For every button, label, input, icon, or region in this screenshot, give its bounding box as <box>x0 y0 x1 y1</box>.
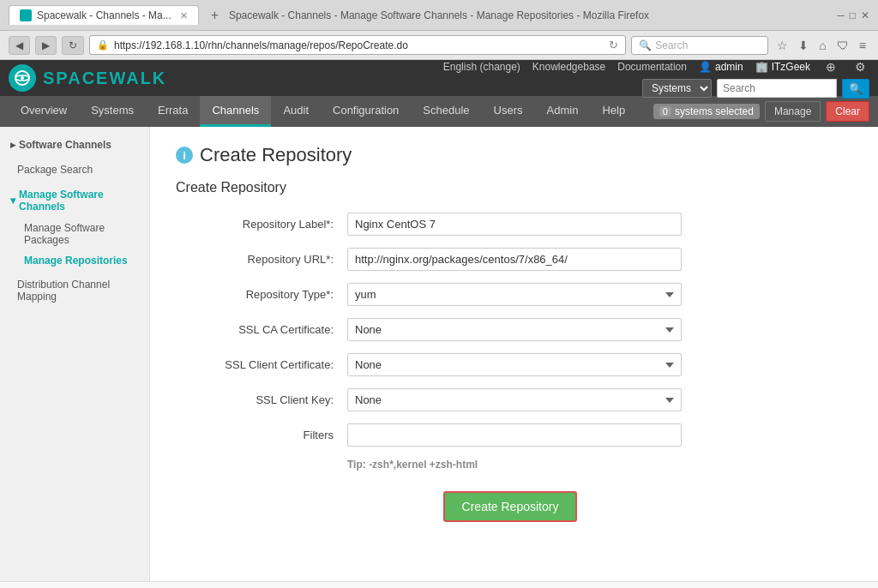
nav-item-audit[interactable]: Audit <box>271 96 321 127</box>
ssl-lock-icon: 🔒 <box>97 39 109 51</box>
ssl-ca-row: SSL CA Certificate: None <box>176 318 845 341</box>
tip-row: Tip: -zsh*,kernel +zsh-html <box>176 459 845 471</box>
minimize-button[interactable]: ─ <box>837 9 845 21</box>
company-link[interactable]: 🏢 ITzGeek <box>755 61 810 73</box>
tab-title: Spacewalk - Channels - Ma... <box>37 9 171 21</box>
filters-row: Filters <box>176 423 845 447</box>
nav-item-overview[interactable]: Overview <box>9 96 79 127</box>
nav-item-channels[interactable]: Channels <box>200 96 271 127</box>
forward-button[interactable]: ▶ <box>35 36 57 55</box>
refresh-button[interactable]: ↻ <box>62 36 84 55</box>
ssl-client-cert-row: SSL Client Certificate: None <box>176 353 845 376</box>
admin-user-link[interactable]: 👤 admin <box>699 61 743 73</box>
sidebar-item-software-channels[interactable]: ▸ Software Channels <box>0 134 149 156</box>
section-title: Create Repository <box>176 180 852 195</box>
chevron-down-icon: ▸ <box>10 139 15 151</box>
repo-type-label: Repository Type*: <box>176 288 347 301</box>
ssl-client-cert-select[interactable]: None <box>347 353 682 376</box>
close-window-button[interactable]: ✕ <box>861 9 869 21</box>
browser-search-placeholder: Search <box>655 39 688 51</box>
knowledgebase-link[interactable]: Knowledgebase <box>532 61 605 73</box>
sidebar-item-manage-repositories[interactable]: Manage Repositories <box>0 250 149 271</box>
repo-label-row: Repository Label*: <box>176 213 845 236</box>
tip-text: Tip: -zsh*,kernel +zsh-html <box>347 459 682 471</box>
window-controls: ─ □ ✕ <box>837 9 869 21</box>
header-search-button[interactable]: 🔍 <box>842 79 869 99</box>
browser-chrome: Spacewalk - Channels - Ma... ✕ + ─ □ ✕ S… <box>0 0 878 60</box>
repo-url-row: Repository URL*: <box>176 248 845 271</box>
ssl-ca-label: SSL CA Certificate: <box>176 323 347 336</box>
manage-software-channels-label: Manage Software Channels <box>19 189 139 213</box>
sidebar-section-package-search: Package Search <box>0 159 149 180</box>
window-title: Spacewalk - Channels - Manage Software C… <box>229 9 649 21</box>
info-icon: i <box>176 147 193 164</box>
company-name: ITzGeek <box>772 61 810 73</box>
chevron-down-active-icon: ▾ <box>10 195 15 207</box>
sidebar-item-manage-software-channels[interactable]: ▾ Manage Software Channels <box>0 183 149 218</box>
user-icon: 👤 <box>699 61 712 73</box>
header-top-right: English (change) Knowledgebase Documenta… <box>443 58 869 99</box>
repo-label-input[interactable] <box>347 213 682 236</box>
address-bar[interactable]: 🔒 https://192.168.1.10/rhn/channels/mana… <box>89 35 626 55</box>
tab-close-button[interactable]: ✕ <box>180 10 188 21</box>
footer: Copyright © 2002-17 Red Hat, Inc. All ri… <box>0 581 878 588</box>
nav-item-help[interactable]: Help <box>590 96 637 127</box>
nav-item-schedule[interactable]: Schedule <box>411 96 481 127</box>
shield-button[interactable]: 🛡 <box>833 37 852 54</box>
language-link[interactable]: English (change) <box>443 61 520 73</box>
browser-tab[interactable]: Spacewalk - Channels - Ma... ✕ <box>9 5 199 25</box>
sidebar-section-software-channels: ▸ Software Channels <box>0 134 149 156</box>
sidebar-item-distribution-channel-mapping[interactable]: Distribution Channel Mapping <box>0 274 149 307</box>
tab-favicon <box>20 9 32 21</box>
repo-url-label: Repository URL*: <box>176 253 347 266</box>
documentation-link[interactable]: Documentation <box>617 61 687 73</box>
bookmark-star-button[interactable]: ☆ <box>773 37 791 54</box>
main-layout: ▸ Software Channels Package Search ▾ Man… <box>0 127 878 581</box>
ssl-client-key-select[interactable]: None <box>347 388 682 411</box>
repo-type-row: Repository Type*: yum <box>176 283 845 306</box>
ssl-ca-select[interactable]: None <box>347 318 682 341</box>
header-links: English (change) Knowledgebase Documenta… <box>443 58 869 75</box>
header-search-input[interactable] <box>717 79 837 98</box>
back-button[interactable]: ◀ <box>9 36 30 55</box>
sidebar-section-manage-software-channels: ▾ Manage Software Channels Manage Softwa… <box>0 183 149 271</box>
sidebar-item-manage-software-packages[interactable]: Manage Software Packages <box>0 218 149 250</box>
nav-bar: Overview Systems Errata Channels Audit C… <box>0 96 878 127</box>
new-tab-button[interactable]: + <box>206 8 224 23</box>
page-title: Create Repository <box>200 144 352 166</box>
filters-input[interactable] <box>347 423 682 447</box>
restore-button[interactable]: □ <box>850 9 856 21</box>
software-channels-label: Software Channels <box>19 139 111 151</box>
home-button[interactable]: ⌂ <box>815 37 829 54</box>
address-refresh-icon[interactable]: ↻ <box>609 39 618 51</box>
share-button[interactable]: ⊕ <box>822 58 839 75</box>
manage-button[interactable]: Manage <box>765 101 821 122</box>
create-repository-button[interactable]: Create Repository <box>443 491 578 522</box>
nav-item-admin[interactable]: Admin <box>535 96 591 127</box>
nav-item-configuration[interactable]: Configuration <box>321 96 411 127</box>
download-button[interactable]: ⬇ <box>795 37 812 54</box>
systems-count: 0 <box>659 106 671 117</box>
repo-url-input[interactable] <box>347 248 682 271</box>
settings-icon[interactable]: ⚙ <box>851 58 869 75</box>
browser-titlebar: Spacewalk - Channels - Ma... ✕ + ─ □ ✕ S… <box>0 0 878 31</box>
page-title-row: i Create Repository <box>176 144 852 166</box>
sidebar: ▸ Software Channels Package Search ▾ Man… <box>0 127 150 581</box>
sidebar-item-package-search[interactable]: Package Search <box>0 159 149 180</box>
sidebar-section-distribution-channel: Distribution Channel Mapping <box>0 274 149 307</box>
clear-button[interactable]: Clear <box>826 101 869 122</box>
repo-type-select[interactable]: yum <box>347 283 682 306</box>
spacewalk-logo-icon <box>9 64 36 92</box>
browser-action-buttons: ☆ ⬇ ⌂ 🛡 ≡ <box>773 37 869 54</box>
systems-select[interactable]: Systems <box>642 79 712 98</box>
app-header: SPACEWALK English (change) Knowledgebase… <box>0 60 878 96</box>
repo-label-label: Repository Label*: <box>176 218 347 231</box>
building-icon: 🏢 <box>755 61 768 73</box>
header-search-area: Systems 🔍 <box>642 79 869 99</box>
nav-item-users[interactable]: Users <box>482 96 535 127</box>
nav-item-systems[interactable]: Systems <box>79 96 146 127</box>
admin-username: admin <box>715 61 743 73</box>
menu-button[interactable]: ≡ <box>856 37 869 54</box>
nav-item-errata[interactable]: Errata <box>146 96 200 127</box>
browser-search-box[interactable]: 🔍 Search <box>631 36 768 55</box>
